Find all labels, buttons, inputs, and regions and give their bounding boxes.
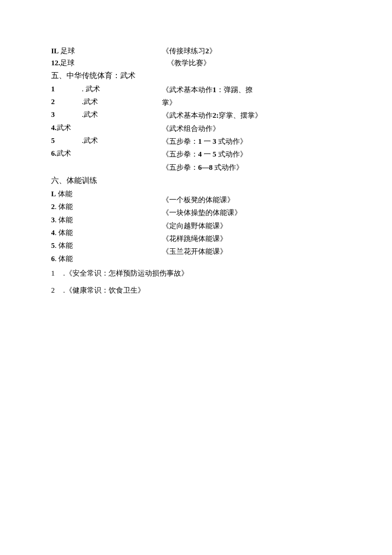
sec5-r2b: 2: xyxy=(213,111,219,119)
sec5-r4d: 3 xyxy=(213,137,216,145)
sec6-i4-num: 4 xyxy=(51,229,55,237)
sec6-item-1: L 体能 xyxy=(51,189,162,200)
sec6-i3-num: 3 xyxy=(51,216,55,224)
sec6-i2-num: 2 xyxy=(51,203,55,211)
sec5-i2-label: .武术 xyxy=(82,98,98,106)
sec6-item-6: 6. 体能 xyxy=(51,253,162,264)
sec6-i6-num: 6 xyxy=(51,255,55,263)
sec5-item-2: 2.武术 xyxy=(51,96,162,108)
sec5-r4e: 式动作》 xyxy=(216,137,247,145)
sec5-i3-num: 3 xyxy=(51,109,82,120)
sec6-item-3: 3. 体能 xyxy=(51,215,162,226)
sec5-r2: 《武术基本动作2:穿掌、摆掌》 xyxy=(162,110,341,121)
top-row-2: 12.足球 《教学比赛》 xyxy=(51,58,341,69)
sec5-r6a: 《五步拳： xyxy=(162,163,198,171)
section-5-title: 五、中华传统体育：武术 xyxy=(51,70,341,82)
sec5-r1-line1: 《武术基本动作1：弹踢、撩 xyxy=(162,84,341,96)
sec6-r1: 《一个板凳的体能课》 xyxy=(162,195,341,206)
section-6-left: L 体能 2. 体能 3. 体能 4. 体能 5. 体能 6. 体能 xyxy=(51,188,162,265)
bottom-1-text: .《安全常识：怎样预防运动损伤事故》 xyxy=(61,269,188,277)
sec5-i5-label: .武术 xyxy=(82,137,98,145)
sec5-r2c: 穿掌、摆掌》 xyxy=(219,111,262,119)
sec5-r5: 《五步拳：4 一 5 式动作》 xyxy=(162,149,341,160)
bottom-2-text: .《健康常识：饮食卫生》 xyxy=(61,286,145,294)
sec5-r1-line2: 掌》 xyxy=(162,97,341,108)
sec5-i4-label: 武术 xyxy=(57,124,71,132)
document-page: IL 足球 《传接球练习2》 12.足球 《教学比赛》 五、中华传统体育：武术 … xyxy=(0,0,392,555)
sec6-item-2: 2. 体能 xyxy=(51,201,162,212)
sec6-r3: 《定向越野体能课》 xyxy=(162,221,341,232)
sec5-r1b: 1 xyxy=(213,86,216,94)
top-row-1-right-b: 2 xyxy=(205,47,209,55)
bottom-list: 1 .《安全常识：怎样预防运动损伤事故》 2 .《健康常识：饮食卫生》 xyxy=(51,268,341,296)
sec5-item-1: 1. 武术 xyxy=(51,84,162,95)
top-row-2-prefix: 12. xyxy=(51,59,60,67)
sec5-r5d: 5 xyxy=(213,150,216,158)
sec6-i5-num: 5 xyxy=(51,241,55,250)
sec6-i2-label: . 体能 xyxy=(55,203,73,211)
sec6-r5: 《玉兰花开体能课》 xyxy=(162,246,341,257)
top-row-2-left: 12.足球 xyxy=(51,58,162,69)
sec5-r6: 《五步拳：6—8 式动作》 xyxy=(162,162,341,173)
sec6-item-5: 5. 体能 xyxy=(51,240,162,251)
top-row-2-right: 《教学比赛》 xyxy=(162,58,341,69)
sec5-i1-num: 1 xyxy=(51,84,82,95)
section-5-block: 1. 武术 2.武术 3.武术 4.武术 5.武术 6.武术 《武术基本动作1：… xyxy=(51,83,341,174)
sec5-item-4: 4.武术 xyxy=(51,122,162,134)
sec5-r6c: 式动作》 xyxy=(213,163,243,171)
sec6-i5-label: . 体能 xyxy=(55,241,73,250)
sec5-r4c: 一 xyxy=(202,137,213,145)
sec5-r1c: ：弹踢、撩 xyxy=(216,86,253,94)
sec5-r4b: 1 xyxy=(198,137,202,145)
sec5-i4-num: 4. xyxy=(51,124,57,132)
sec5-item-6: 6.武术 xyxy=(51,148,162,159)
bottom-2-num: 2 xyxy=(51,285,61,296)
sec5-r4a: 《五步拳： xyxy=(162,137,198,145)
sec6-i6-label: . 体能 xyxy=(55,255,73,263)
section-5-left: 1. 武术 2.武术 3.武术 4.武术 5.武术 6.武术 xyxy=(51,83,162,160)
sec5-item-3: 3.武术 xyxy=(51,109,162,120)
sec5-r5c: 一 xyxy=(202,150,213,158)
sec6-i1-num: L xyxy=(51,190,56,198)
sec6-r4: 《花样跳绳体能课》 xyxy=(162,233,341,244)
top-row-1-rest: 足球 xyxy=(59,47,75,55)
sec5-i3-label: .武术 xyxy=(82,110,98,119)
sec5-r5b: 4 xyxy=(198,150,202,158)
sec5-r4: 《五步拳：1 一 3 式动作》 xyxy=(162,136,341,147)
sec5-i5-num: 5 xyxy=(51,135,82,146)
top-row-1-prefix: IL xyxy=(51,47,59,55)
sec6-r2: 《一块体操垫的体能课》 xyxy=(162,207,341,218)
sec6-i4-label: . 体能 xyxy=(55,229,73,237)
sec5-r5a: 《五步拳： xyxy=(162,150,198,158)
sec5-i6-label: 武术 xyxy=(57,149,71,157)
sec5-r5e: 式动作》 xyxy=(216,150,247,158)
bottom-1-num: 1 xyxy=(51,268,61,279)
sec5-item-5: 5.武术 xyxy=(51,135,162,146)
sec6-i1-label: 体能 xyxy=(56,190,72,198)
top-row-2-rest: 足球 xyxy=(60,59,75,67)
sec5-r3: 《武术组合动作》 xyxy=(162,123,341,134)
section-5-right: 《武术基本动作1：弹踢、撩 掌》 《武术基本动作2:穿掌、摆掌》 《武术组合动作… xyxy=(162,83,341,174)
sec5-r2a: 《武术基本动作 xyxy=(162,111,213,119)
top-row-1-right: 《传接球练习2》 xyxy=(162,46,341,57)
bottom-item-2: 2 .《健康常识：饮食卫生》 xyxy=(51,285,341,296)
section-6-block: L 体能 2. 体能 3. 体能 4. 体能 5. 体能 6. 体能 《一个板凳… xyxy=(51,188,341,265)
top-row-1-left: IL 足球 xyxy=(51,46,162,57)
top-row-1: IL 足球 《传接球练习2》 xyxy=(51,46,341,57)
sec5-i2-num: 2 xyxy=(51,96,82,108)
top-row-1-right-a: 《传接球练习 xyxy=(162,47,205,55)
sec6-i3-label: . 体能 xyxy=(55,216,73,224)
section-6-title: 六、体能训练 xyxy=(51,175,341,187)
top-row-1-right-c: 》 xyxy=(209,47,216,55)
bottom-item-1: 1 .《安全常识：怎样预防运动损伤事故》 xyxy=(51,268,341,279)
sec5-i1-label: . 武术 xyxy=(82,85,100,93)
sec5-r1a: 《武术基本动作 xyxy=(162,86,213,94)
sec5-i6-num: 6. xyxy=(51,149,57,157)
top-row-2-right-text: 《教学比赛》 xyxy=(167,59,210,67)
sec6-item-4: 4. 体能 xyxy=(51,227,162,238)
section-6-right: 《一个板凳的体能课》 《一块体操垫的体能课》 《定向越野体能课》 《花样跳绳体能… xyxy=(162,188,341,259)
sec5-r6b: 6—8 xyxy=(198,163,213,171)
